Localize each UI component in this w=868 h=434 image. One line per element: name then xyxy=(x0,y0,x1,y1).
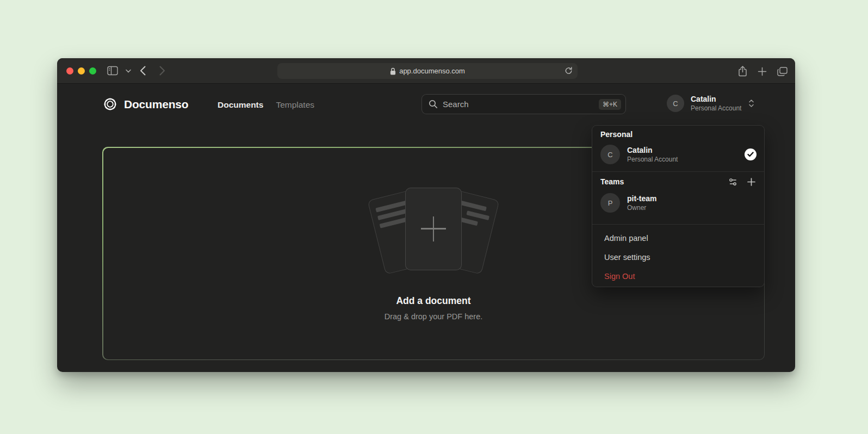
nav-templates[interactable]: Templates xyxy=(276,100,314,110)
menu-item-admin-panel[interactable]: Admin panel xyxy=(592,228,764,247)
menu-item-user-settings[interactable]: User settings xyxy=(592,247,764,266)
url-text: app.documenso.com xyxy=(399,67,465,75)
brand-name: Documenso xyxy=(124,98,188,111)
account-menu-button[interactable]: C Catalin Personal Account xyxy=(667,95,755,112)
team-name: pit-team xyxy=(627,194,656,203)
address-bar[interactable]: app.documenso.com xyxy=(277,63,578,79)
avatar: C xyxy=(600,145,620,164)
nav-documents[interactable]: Documents xyxy=(218,100,263,110)
zoom-window-button[interactable] xyxy=(89,67,96,75)
search-shortcut-badge: ⌘+K xyxy=(599,99,621,110)
search-icon xyxy=(429,100,438,109)
dropzone-subtitle: Drag & drop your PDF here. xyxy=(385,312,483,321)
tab-overview-icon[interactable] xyxy=(777,66,788,77)
chevrons-up-down-icon xyxy=(748,99,755,108)
browser-titlebar: app.documenso.com xyxy=(57,58,795,84)
personal-section: Personal C Catalin Personal Account xyxy=(592,126,764,171)
team-item[interactable]: P pit-team Owner xyxy=(600,191,757,215)
documenso-logo-icon xyxy=(102,96,118,112)
add-document-card xyxy=(405,188,462,270)
plus-icon xyxy=(421,216,446,241)
account-subtitle: Personal Account xyxy=(627,156,678,163)
account-dropdown-menu: Personal C Catalin Personal Account Team… xyxy=(592,125,765,287)
share-icon[interactable] xyxy=(738,66,747,77)
avatar: P xyxy=(600,193,620,213)
chevron-down-icon[interactable] xyxy=(126,69,131,73)
search-input[interactable] xyxy=(443,100,594,109)
teams-heading: Teams xyxy=(600,177,624,186)
team-role: Owner xyxy=(627,204,656,212)
avatar: C xyxy=(667,95,684,112)
documents-stack-illustration xyxy=(352,187,515,278)
lock-icon xyxy=(390,67,396,75)
close-window-button[interactable] xyxy=(66,67,73,75)
sidebar-toggle-icon[interactable] xyxy=(107,66,118,76)
reload-icon[interactable] xyxy=(565,66,573,77)
teams-section: Teams xyxy=(592,172,764,224)
forward-icon[interactable] xyxy=(159,66,165,76)
personal-heading: Personal xyxy=(600,130,757,139)
titlebar-right-actions xyxy=(738,66,788,77)
account-subtitle: Personal Account xyxy=(691,104,741,112)
search-bar[interactable]: ⌘+K xyxy=(421,94,626,114)
browser-window: app.documenso.com xyxy=(57,58,795,372)
menu-actions: Admin panel User settings Sign Out xyxy=(592,225,764,287)
menu-item-sign-out[interactable]: Sign Out xyxy=(592,266,764,286)
manage-teams-icon[interactable] xyxy=(727,176,738,187)
new-tab-icon[interactable] xyxy=(758,66,767,77)
create-team-icon[interactable] xyxy=(746,176,757,187)
dropzone-title: Add a document xyxy=(396,295,470,307)
selected-check-icon xyxy=(745,148,757,160)
personal-account-item[interactable]: C Catalin Personal Account xyxy=(600,142,757,166)
main-nav: Documents Templates xyxy=(218,100,314,110)
back-icon[interactable] xyxy=(140,66,146,76)
account-name: Catalin xyxy=(691,95,741,103)
brand[interactable]: Documenso xyxy=(102,96,188,112)
minimize-window-button[interactable] xyxy=(78,67,85,75)
window-controls xyxy=(66,67,96,75)
account-name: Catalin xyxy=(627,146,678,154)
